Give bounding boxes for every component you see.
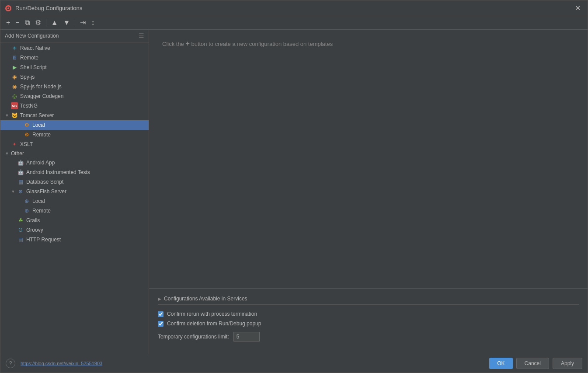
copy-config-button[interactable]: ⧉ — [23, 18, 32, 28]
remove-config-button[interactable]: − — [13, 18, 21, 28]
apply-button[interactable]: Apply — [553, 358, 582, 369]
ok-button[interactable]: OK — [489, 358, 512, 369]
confirm-deletion-checkbox[interactable] — [158, 321, 164, 327]
tree-item-android-instrumented[interactable]: 🤖Android Instrumented Tests — [0, 167, 149, 177]
move-to-group-button[interactable]: ⇥ — [78, 18, 88, 28]
help-button[interactable]: ? — [6, 359, 15, 368]
left-panel-settings-icon[interactable]: ☰ — [139, 32, 144, 39]
tree-label-testng: TestNG — [20, 103, 38, 109]
tree-item-glassfish-local[interactable]: ⊕Local — [0, 196, 149, 206]
tree-label-spy-js: Spy-js — [20, 74, 35, 80]
sort-button[interactable]: ↕ — [89, 18, 97, 28]
tree-icon-swagger: ◎ — [11, 93, 18, 100]
tree-label-spy-js-node: Spy-js for Node.js — [20, 84, 62, 90]
tree-item-glassfish-remote[interactable]: ⊕Remote — [0, 206, 149, 216]
left-panel-header: Add New Configuration ☰ — [0, 30, 149, 42]
tree-icon-tomcat-local: ⚙ — [23, 122, 30, 129]
tree-item-spy-js-node[interactable]: ◉Spy-js for Node.js — [0, 82, 149, 91]
tree-item-other[interactable]: ▼Other — [0, 149, 149, 158]
tree-item-tomcat-server[interactable]: ▼🐱Tomcat Server — [0, 111, 149, 120]
tree-icon-react-native: ⚛ — [11, 45, 18, 52]
tree-icon-glassfish-local: ⊕ — [23, 198, 30, 205]
tree-item-swagger[interactable]: ◎Swagger Codegen — [0, 91, 149, 101]
tree-icon-glassfish-server: ⊕ — [17, 188, 24, 195]
tree-label-remote: Remote — [20, 55, 38, 61]
title-bar: Run/Debug Configurations ✕ — [0, 0, 588, 16]
dialog-title: Run/Debug Configurations — [15, 5, 82, 11]
bottom-bar: ? https://blog.csdn.net/weixin_52551903 … — [0, 354, 588, 373]
tree-item-database-script[interactable]: ▤Database Script — [0, 177, 149, 187]
options-section: Confirm rerun with process termination C… — [158, 304, 579, 349]
tree-label-glassfish-remote: Remote — [32, 208, 51, 214]
services-section-label: Configurations Available in Services — [164, 296, 247, 302]
tree-icon-glassfish-remote: ⊕ — [23, 207, 30, 214]
tree-icon-xslt: ✦ — [11, 141, 18, 148]
tree-label-xslt: XSLT — [20, 141, 33, 147]
tree-label-shell-script: Shell Script — [20, 64, 47, 70]
hint-plus: + — [185, 40, 189, 47]
tree-icon-android-instrumented: 🤖 — [17, 169, 24, 176]
tree-item-tomcat-remote[interactable]: ⚙Remote — [0, 130, 149, 139]
checkbox-row-1: Confirm rerun with process termination — [158, 309, 579, 319]
move-up-button[interactable]: ▲ — [49, 18, 60, 28]
right-bottom-area: ▶ Configurations Available in Services C… — [149, 288, 588, 354]
confirm-rerun-checkbox[interactable] — [158, 311, 164, 317]
tree-icon-spy-js: ◉ — [11, 73, 18, 80]
tree-label-glassfish-server: GlassFish Server — [26, 188, 66, 195]
tree-icon-groovy: G — [17, 227, 24, 234]
tree-item-react-native[interactable]: ⚛React Native — [0, 43, 149, 53]
tree-item-grails[interactable]: ☘Grails — [0, 216, 149, 225]
limit-label: Temporary configurations limit: — [158, 334, 229, 340]
tree-item-http-request[interactable]: ▤HTTP Request — [0, 235, 149, 244]
confirm-rerun-label: Confirm rerun with process termination — [167, 311, 257, 317]
tree-label-android-instrumented: Android Instrumented Tests — [26, 169, 90, 175]
tree-label-groovy: Groovy — [26, 227, 43, 233]
settings-config-button[interactable]: ⚙ — [33, 18, 43, 28]
tree-item-testng[interactable]: NGTestNG — [0, 101, 149, 111]
svg-point-2 — [7, 7, 9, 9]
add-config-button[interactable]: + — [4, 18, 12, 28]
toolbar-separator — [46, 19, 46, 27]
tree-label-android-app: Android App — [26, 160, 55, 166]
tree-item-groovy[interactable]: GGroovy — [0, 225, 149, 235]
services-section[interactable]: ▶ Configurations Available in Services — [158, 293, 579, 304]
tree-label-database-script: Database Script — [26, 179, 63, 185]
tree-label-grails: Grails — [26, 217, 40, 223]
tree-label-other: Other — [11, 150, 24, 157]
tree-label-tomcat-remote: Remote — [32, 132, 51, 138]
tree-item-xslt[interactable]: ✦XSLT — [0, 139, 149, 149]
tree-item-android-app[interactable]: 🤖Android App — [0, 158, 149, 167]
limit-row: Temporary configurations limit: — [158, 328, 579, 345]
expand-icon-tomcat-server: ▼ — [4, 113, 10, 118]
tree-icon-android-app: 🤖 — [17, 159, 24, 166]
tree-icon-database-script: ▤ — [17, 178, 24, 185]
tree-label-tomcat-local: Local — [32, 122, 45, 128]
confirm-deletion-label: Confirm deletion from Run/Debug popup — [167, 321, 261, 327]
tree-item-shell-script[interactable]: ▶Shell Script — [0, 63, 149, 72]
tree-icon-shell-script: ▶ — [11, 64, 18, 71]
tree-item-remote[interactable]: 🖥Remote — [0, 53, 149, 63]
move-down-button[interactable]: ▼ — [61, 18, 73, 28]
limit-input[interactable] — [233, 332, 260, 342]
tree-label-glassfish-local: Local — [32, 198, 45, 204]
left-panel-title: Add New Configuration — [5, 33, 59, 39]
tree-icon-tomcat-server: 🐱 — [11, 112, 18, 119]
checkbox-row-2: Confirm deletion from Run/Debug popup — [158, 319, 579, 328]
tree-item-tomcat-local[interactable]: ⚙Local — [0, 120, 149, 130]
hint-text: Click the + button to create a new confi… — [162, 38, 333, 49]
tree-item-glassfish-server[interactable]: ▼⊕GlassFish Server — [0, 187, 149, 196]
toolbar-separator-2 — [75, 19, 75, 27]
url-link[interactable]: https://blog.csdn.net/weixin_52551903 — [21, 361, 102, 366]
cancel-button[interactable]: Cancel — [516, 358, 549, 369]
tree-label-react-native: React Native — [20, 45, 50, 51]
tree-icon-tomcat-remote: ⚙ — [23, 131, 30, 138]
right-panel: Click the + button to create a new confi… — [149, 30, 588, 354]
tree-container: ⚛React Native🖥Remote▶Shell Script◉Spy-js… — [0, 42, 149, 354]
title-bar-left: Run/Debug Configurations — [5, 5, 82, 12]
tree-item-spy-js[interactable]: ◉Spy-js — [0, 72, 149, 82]
tree-icon-http-request: ▤ — [17, 236, 24, 243]
main-content: Add New Configuration ☰ ⚛React Native🖥Re… — [0, 30, 588, 354]
close-button[interactable]: ✕ — [572, 3, 583, 13]
tree-icon-remote: 🖥 — [11, 54, 18, 61]
toolbar: + − ⧉ ⚙ ▲ ▼ ⇥ ↕ — [0, 16, 588, 30]
